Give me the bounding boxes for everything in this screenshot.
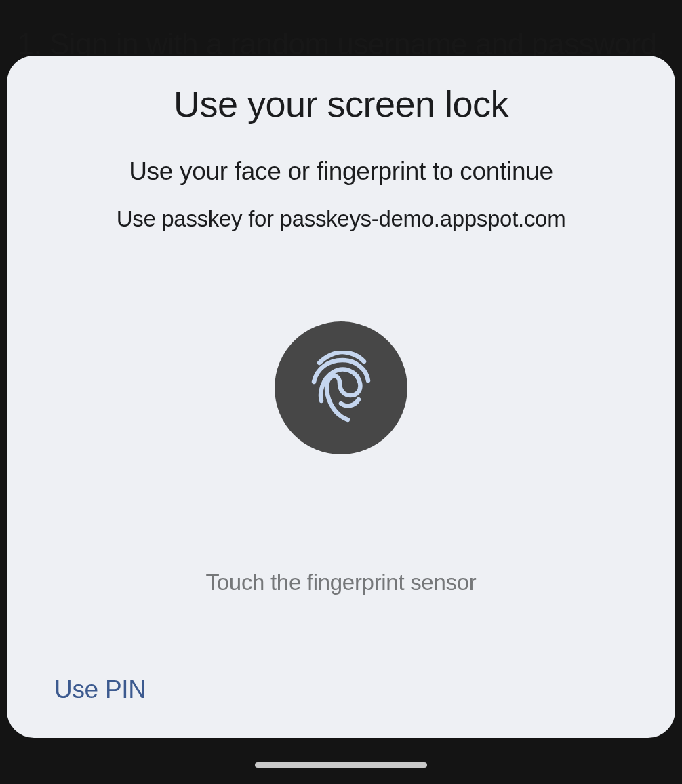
- alternate-method-row: Use PIN: [50, 671, 632, 708]
- dialog-title: Use your screen lock: [174, 83, 508, 125]
- fingerprint-icon: [310, 351, 372, 425]
- passkey-caption: Use passkey for passkeys-demo.appspot.co…: [117, 206, 566, 232]
- navigation-home-handle[interactable]: [255, 762, 427, 768]
- dialog-subtitle: Use your face or fingerprint to continue: [129, 157, 553, 186]
- biometric-prompt-sheet: Use your screen lock Use your face or fi…: [7, 56, 675, 738]
- use-pin-button[interactable]: Use PIN: [53, 671, 148, 708]
- fingerprint-status-text: Touch the fingerprint sensor: [206, 570, 477, 595]
- fingerprint-sensor-target[interactable]: [275, 321, 407, 454]
